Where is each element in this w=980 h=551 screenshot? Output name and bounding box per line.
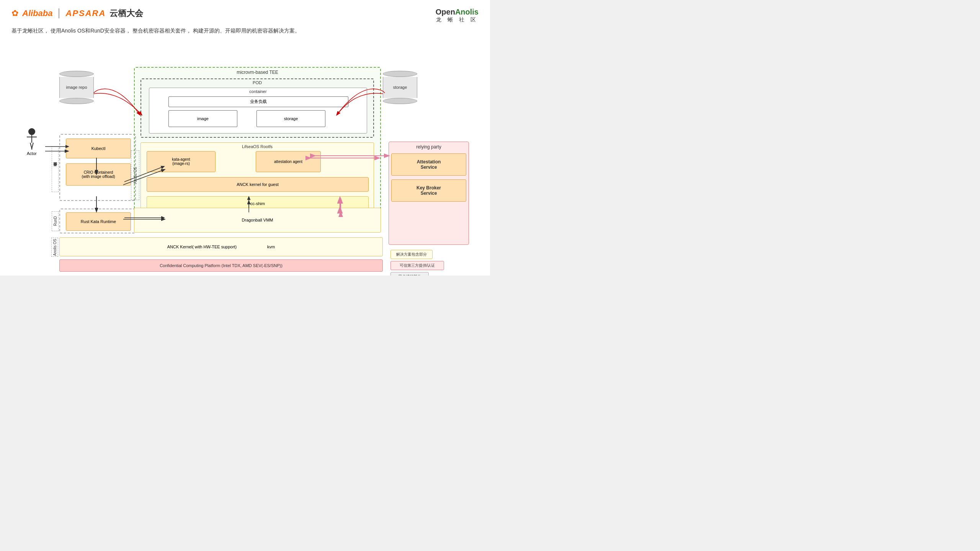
relying-party-title: relying party xyxy=(391,144,466,150)
cc-shim-label: cc-shim xyxy=(250,201,265,206)
anck-guest-label: ANCK kernel for guest xyxy=(237,182,278,187)
confidential-bar: Confidential Computing Platform (Intel T… xyxy=(59,259,383,272)
subtitle: 基于龙蜥社区， 使用Anolis OS和RunD安全容器， 整合机密容器相关套件… xyxy=(11,26,479,36)
rund-section: RunD Rust Kata Runtime xyxy=(59,209,136,233)
actor-body xyxy=(31,135,32,143)
rund-label: RunD xyxy=(53,216,57,226)
divider xyxy=(59,8,59,18)
relying-party-box: relying party Attestation Service Key Br… xyxy=(389,142,469,245)
actor-label: Actor xyxy=(27,151,37,156)
container-label: container xyxy=(249,89,266,94)
tee-box: microvm-based TEE POD container 业务负载 ima… xyxy=(134,67,381,231)
key-broker-service-box: Key Broker Service xyxy=(391,179,466,202)
kubectl-label: Kubectl xyxy=(91,146,106,151)
yunqi-text: 云栖大会 xyxy=(109,8,143,19)
actor: Actor xyxy=(27,128,37,156)
crio-label: CRIO Containerd (with image offload) xyxy=(82,170,115,179)
storage-label: storage xyxy=(393,85,407,90)
anolis-os2-label: Anolis OS xyxy=(53,239,57,256)
legend-solution: 解决方案包含部分 xyxy=(390,250,433,259)
actor-head xyxy=(28,128,35,135)
workload-label: 业务负载 xyxy=(250,99,267,104)
legend-area: 解决方案包含部分 可信第三方提供/认证 用户维护部分 xyxy=(390,250,471,276)
apsara-text: APSARA xyxy=(65,8,106,18)
anck-kernel-label: ANCK Kernel( with HW-TEE support) xyxy=(167,245,237,249)
pod-label: POD xyxy=(253,80,262,85)
image-repo-label: image repo xyxy=(66,85,87,90)
attestation-agent-label: attestation agent xyxy=(274,160,302,164)
attestation-service-label: Attestation Service xyxy=(417,159,441,170)
attestation-service-box: Attestation Service xyxy=(391,153,466,176)
actor-arms xyxy=(27,137,37,137)
kata-agent-label: kata-agent (image-rs) xyxy=(172,157,190,166)
longlin-text: 龙 蜥 社 区 xyxy=(436,16,479,23)
confidential-label: Confidential Computing Platform (Intel T… xyxy=(160,263,283,268)
storage-cylinder: storage xyxy=(383,71,417,104)
openanolis-text: OpenAnolis xyxy=(436,8,479,16)
diagram-area: image repo storage microvm-based TEE POD… xyxy=(11,40,479,262)
alibaba-icon: ✿ xyxy=(11,8,18,18)
tee-label: microvm-based TEE xyxy=(237,70,278,75)
image-repo-cylinder: image repo xyxy=(59,71,94,104)
legend-thirdparty: 可信第三方提供/认证 xyxy=(390,261,444,270)
logo-left: ✿ Alibaba APSARA 云栖大会 xyxy=(11,8,143,19)
logo-right: OpenAnolis 龙 蜥 社 区 xyxy=(436,8,479,23)
lifseaos-label: LifseaOS Rootfs xyxy=(242,144,273,149)
key-broker-service-label: Key Broker Service xyxy=(416,185,441,196)
storage-inner-label: storage xyxy=(284,116,298,121)
alibaba-text: Alibaba xyxy=(22,8,52,18)
kvm-label: kvm xyxy=(267,245,275,249)
yunsheng-section: 云原生套件 Kubectl CRIO Containerd (with imag… xyxy=(59,134,136,201)
actor-legs xyxy=(30,143,34,150)
image-label: image xyxy=(197,116,209,121)
dragonball-label: Dragonball VMM xyxy=(242,218,273,222)
legend-user: 用户维护部分 xyxy=(390,272,429,276)
rust-kata-label: Rust Kata Runtime xyxy=(81,219,116,224)
header: ✿ Alibaba APSARA 云栖大会 OpenAnolis 龙 蜥 社 区 xyxy=(11,8,479,23)
